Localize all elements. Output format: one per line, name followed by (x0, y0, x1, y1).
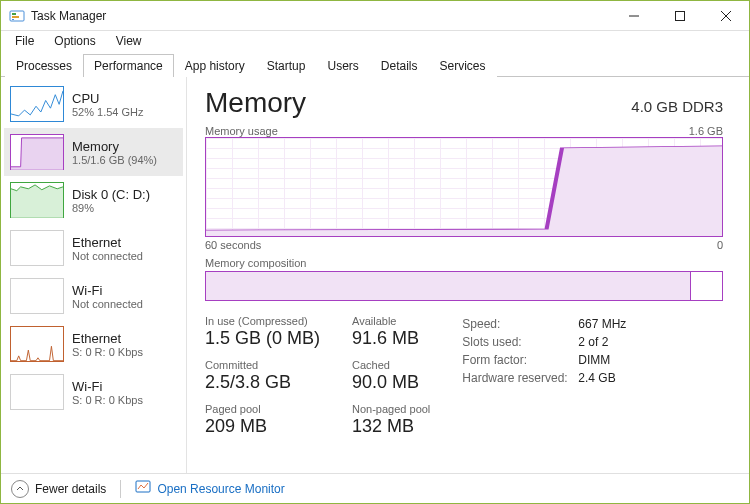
footer: Fewer details Open Resource Monitor (1, 473, 749, 503)
main-area: CPU 52% 1.54 GHz Memory 1.5/1.6 GB (94%) (1, 77, 749, 473)
sidebar-ethernet-name: Ethernet (72, 235, 143, 250)
sidebar-item-wifi2[interactable]: Wi-Fi S: 0 R: 0 Kbps (4, 368, 183, 416)
menu-options[interactable]: Options (44, 32, 105, 50)
performance-sidebar: CPU 52% 1.54 GHz Memory 1.5/1.6 GB (94%) (1, 77, 187, 473)
fewer-details-button[interactable]: Fewer details (11, 480, 106, 498)
committed-value: 2.5/3.8 GB (205, 372, 320, 393)
wifi2-thumb-icon (10, 374, 64, 410)
open-resource-monitor-link[interactable]: Open Resource Monitor (135, 479, 284, 498)
sidebar-item-cpu[interactable]: CPU 52% 1.54 GHz (4, 80, 183, 128)
open-resource-monitor-label: Open Resource Monitor (157, 482, 284, 496)
tab-strip: Processes Performance App history Startu… (1, 51, 749, 77)
sidebar-ethernet2-sub: S: 0 R: 0 Kbps (72, 346, 143, 358)
sidebar-item-ethernet[interactable]: Ethernet Not connected (4, 224, 183, 272)
memory-composition-chart[interactable] (205, 271, 723, 301)
sidebar-memory-sub: 1.5/1.6 GB (94%) (72, 154, 157, 166)
committed-label: Committed (205, 359, 320, 371)
composition-label: Memory composition (205, 257, 723, 269)
tab-app-history[interactable]: App history (174, 54, 256, 77)
tab-processes[interactable]: Processes (5, 54, 83, 77)
cpu-thumb-icon (10, 86, 64, 122)
resource-monitor-icon (135, 479, 151, 498)
window-title: Task Manager (31, 9, 611, 23)
sidebar-wifi-sub: Not connected (72, 298, 143, 310)
close-button[interactable] (703, 1, 749, 31)
usage-chart-max: 1.6 GB (689, 125, 723, 137)
sidebar-cpu-sub: 52% 1.54 GHz (72, 106, 144, 118)
fewer-details-label: Fewer details (35, 482, 106, 496)
form-value: DIMM (578, 353, 610, 367)
axis-right: 0 (717, 239, 723, 251)
sidebar-item-ethernet2[interactable]: Ethernet S: 0 R: 0 Kbps (4, 320, 183, 368)
svg-marker-9 (11, 185, 63, 218)
usage-chart-label: Memory usage (205, 125, 278, 137)
sidebar-wifi-name: Wi-Fi (72, 283, 143, 298)
chevron-up-icon (11, 480, 29, 498)
sidebar-ethernet2-name: Ethernet (72, 331, 143, 346)
sidebar-disk-name: Disk 0 (C: D:) (72, 187, 150, 202)
memory-stats: In use (Compressed) 1.5 GB (0 MB) Commit… (205, 315, 723, 437)
disk-thumb-icon (10, 182, 64, 218)
paged-value: 209 MB (205, 416, 320, 437)
menubar: File Options View (1, 31, 749, 51)
sidebar-cpu-name: CPU (72, 91, 144, 106)
titlebar: Task Manager (1, 1, 749, 31)
memory-usage-chart[interactable] (205, 137, 723, 237)
cached-value: 90.0 MB (352, 372, 430, 393)
sidebar-memory-name: Memory (72, 139, 157, 154)
sidebar-disk-sub: 89% (72, 202, 150, 214)
page-title: Memory (205, 87, 306, 119)
tab-services[interactable]: Services (429, 54, 497, 77)
in-use-value: 1.5 GB (0 MB) (205, 328, 320, 349)
svg-rect-5 (676, 11, 685, 20)
composition-in-use-fill (206, 272, 691, 300)
speed-key: Speed: (462, 317, 572, 331)
tab-details[interactable]: Details (370, 54, 429, 77)
app-icon (9, 8, 25, 24)
nonpaged-value: 132 MB (352, 416, 430, 437)
svg-marker-10 (206, 146, 722, 236)
tab-users[interactable]: Users (316, 54, 369, 77)
axis-left: 60 seconds (205, 239, 261, 251)
memory-thumb-icon (10, 134, 64, 170)
form-key: Form factor: (462, 353, 572, 367)
footer-divider (120, 480, 121, 498)
ethernet2-thumb-icon (10, 326, 64, 362)
tab-performance[interactable]: Performance (83, 54, 174, 77)
cached-label: Cached (352, 359, 430, 371)
hwres-value: 2.4 GB (578, 371, 615, 385)
speed-value: 667 MHz (578, 317, 626, 331)
svg-rect-1 (12, 13, 16, 15)
sidebar-item-wifi[interactable]: Wi-Fi Not connected (4, 272, 183, 320)
ethernet-thumb-icon (10, 230, 64, 266)
available-label: Available (352, 315, 430, 327)
minimize-button[interactable] (611, 1, 657, 31)
available-value: 91.6 MB (352, 328, 430, 349)
hwres-key: Hardware reserved: (462, 371, 572, 385)
wifi-thumb-icon (10, 278, 64, 314)
maximize-button[interactable] (657, 1, 703, 31)
sidebar-ethernet-sub: Not connected (72, 250, 143, 262)
svg-rect-3 (12, 19, 14, 20)
slots-key: Slots used: (462, 335, 572, 349)
paged-label: Paged pool (205, 403, 320, 415)
sidebar-item-disk[interactable]: Disk 0 (C: D:) 89% (4, 176, 183, 224)
sidebar-wifi2-name: Wi-Fi (72, 379, 143, 394)
slots-value: 2 of 2 (578, 335, 608, 349)
svg-marker-8 (11, 138, 63, 170)
menu-file[interactable]: File (5, 32, 44, 50)
nonpaged-label: Non-paged pool (352, 403, 430, 415)
sidebar-wifi2-sub: S: 0 R: 0 Kbps (72, 394, 143, 406)
capacity-label: 4.0 GB DDR3 (631, 98, 723, 115)
sidebar-item-memory[interactable]: Memory 1.5/1.6 GB (94%) (4, 128, 183, 176)
svg-rect-2 (12, 16, 19, 18)
tab-startup[interactable]: Startup (256, 54, 317, 77)
memory-panel: Memory 4.0 GB DDR3 Memory usage 1.6 GB 6… (187, 77, 749, 473)
menu-view[interactable]: View (106, 32, 152, 50)
in-use-label: In use (Compressed) (205, 315, 320, 327)
